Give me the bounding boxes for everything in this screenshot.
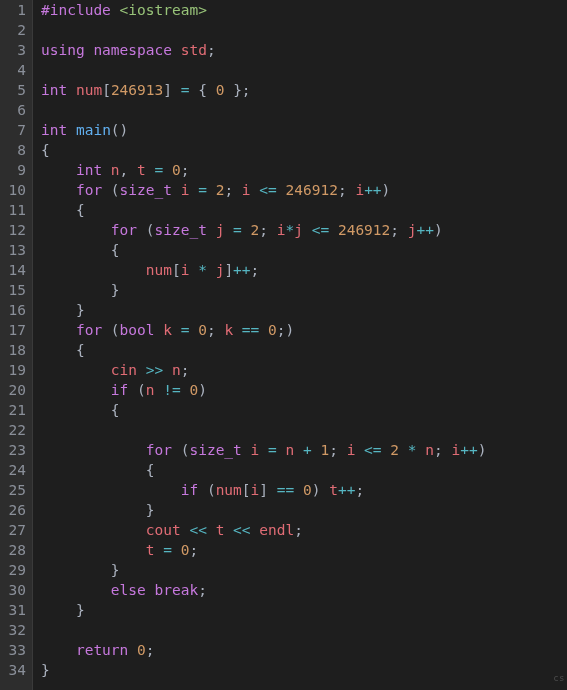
token bbox=[417, 442, 426, 458]
code-line[interactable]: { bbox=[41, 240, 486, 260]
code-line[interactable]: int num[246913] = { 0 }; bbox=[41, 80, 486, 100]
token: ( bbox=[102, 322, 119, 338]
token: else bbox=[111, 582, 146, 598]
code-line[interactable]: { bbox=[41, 140, 486, 160]
token: ] bbox=[259, 482, 276, 498]
code-line[interactable] bbox=[41, 420, 486, 440]
token bbox=[242, 222, 251, 238]
line-number: 9 bbox=[4, 160, 26, 180]
code-line[interactable] bbox=[41, 100, 486, 120]
token: ; bbox=[390, 222, 407, 238]
code-line[interactable]: { bbox=[41, 340, 486, 360]
token: { bbox=[41, 202, 85, 218]
code-line[interactable]: } bbox=[41, 560, 486, 580]
token bbox=[172, 542, 181, 558]
code-line[interactable]: for (size_t j = 2; i*j <= 246912; j++) bbox=[41, 220, 486, 240]
token: [ bbox=[102, 82, 111, 98]
code-line[interactable]: { bbox=[41, 200, 486, 220]
code-line[interactable]: for (size_t i = 2; i <= 246912; i++) bbox=[41, 180, 486, 200]
line-number: 11 bbox=[4, 200, 26, 220]
token: = bbox=[233, 222, 242, 238]
token: ; bbox=[259, 222, 276, 238]
token: for bbox=[111, 222, 137, 238]
token: num bbox=[216, 482, 242, 498]
token: ] bbox=[163, 82, 180, 98]
token: ; bbox=[338, 182, 355, 198]
token: << bbox=[189, 522, 206, 538]
token: k bbox=[224, 322, 233, 338]
token: 0 bbox=[137, 642, 146, 658]
line-number: 1 bbox=[4, 0, 26, 20]
token: <= bbox=[312, 222, 329, 238]
token bbox=[128, 642, 137, 658]
token: int bbox=[76, 162, 102, 178]
token: t bbox=[146, 542, 155, 558]
token: 246912 bbox=[286, 182, 338, 198]
token: + bbox=[303, 442, 312, 458]
code-line[interactable]: cout << t << endl; bbox=[41, 520, 486, 540]
code-line[interactable]: else break; bbox=[41, 580, 486, 600]
token bbox=[277, 182, 286, 198]
watermark: cs bbox=[553, 668, 565, 688]
code-line[interactable]: for (bool k = 0; k == 0;) bbox=[41, 320, 486, 340]
code-line[interactable]: #include <iostream> bbox=[41, 0, 486, 20]
line-number: 27 bbox=[4, 520, 26, 540]
token: 2 bbox=[390, 442, 399, 458]
token: if bbox=[111, 382, 128, 398]
code-line[interactable]: cin >> n; bbox=[41, 360, 486, 380]
code-line[interactable]: int main() bbox=[41, 120, 486, 140]
token: [ bbox=[242, 482, 251, 498]
code-line[interactable]: using namespace std; bbox=[41, 40, 486, 60]
code-editor[interactable]: 1234567891011121314151617181920212223242… bbox=[0, 0, 567, 690]
token: , bbox=[120, 162, 137, 178]
token: 0 bbox=[198, 322, 207, 338]
token: 0 bbox=[189, 382, 198, 398]
code-line[interactable]: { bbox=[41, 400, 486, 420]
code-line[interactable]: if (n != 0) bbox=[41, 380, 486, 400]
token bbox=[294, 442, 303, 458]
token bbox=[172, 322, 181, 338]
code-line[interactable]: { bbox=[41, 460, 486, 480]
token: * bbox=[198, 262, 207, 278]
code-line[interactable]: num[i * j]++; bbox=[41, 260, 486, 280]
token bbox=[41, 642, 76, 658]
token bbox=[41, 522, 146, 538]
token: 246913 bbox=[111, 82, 163, 98]
token: ; bbox=[198, 582, 207, 598]
code-line[interactable]: } bbox=[41, 300, 486, 320]
token: = bbox=[268, 442, 277, 458]
code-line[interactable]: } bbox=[41, 280, 486, 300]
line-number: 18 bbox=[4, 340, 26, 360]
code-line[interactable]: for (size_t i = n + 1; i <= 2 * n; i++) bbox=[41, 440, 486, 460]
token: != bbox=[163, 382, 180, 398]
line-number: 10 bbox=[4, 180, 26, 200]
token: size_t bbox=[120, 182, 172, 198]
code-line[interactable] bbox=[41, 620, 486, 640]
token: { bbox=[189, 82, 215, 98]
token: } bbox=[41, 282, 120, 298]
code-line[interactable]: return 0; bbox=[41, 640, 486, 660]
token: } bbox=[41, 662, 50, 678]
token bbox=[189, 262, 198, 278]
code-line[interactable]: t = 0; bbox=[41, 540, 486, 560]
code-line[interactable]: } bbox=[41, 600, 486, 620]
token bbox=[102, 162, 111, 178]
token bbox=[41, 362, 111, 378]
code-line[interactable]: } bbox=[41, 500, 486, 520]
code-line[interactable]: int n, t = 0; bbox=[41, 160, 486, 180]
code-line[interactable] bbox=[41, 20, 486, 40]
token: int bbox=[41, 122, 67, 138]
code-line[interactable]: if (num[i] == 0) t++; bbox=[41, 480, 486, 500]
token: ; bbox=[224, 182, 241, 198]
token: using bbox=[41, 42, 85, 58]
code-line[interactable] bbox=[41, 60, 486, 80]
code-line[interactable]: } bbox=[41, 660, 486, 680]
token bbox=[41, 482, 181, 498]
code-area[interactable]: #include <iostream> using namespace std;… bbox=[33, 0, 494, 690]
line-number: 29 bbox=[4, 560, 26, 580]
token: namespace bbox=[93, 42, 172, 58]
token: ) bbox=[478, 442, 487, 458]
token: if bbox=[181, 482, 198, 498]
token bbox=[224, 522, 233, 538]
token: ) bbox=[434, 222, 443, 238]
